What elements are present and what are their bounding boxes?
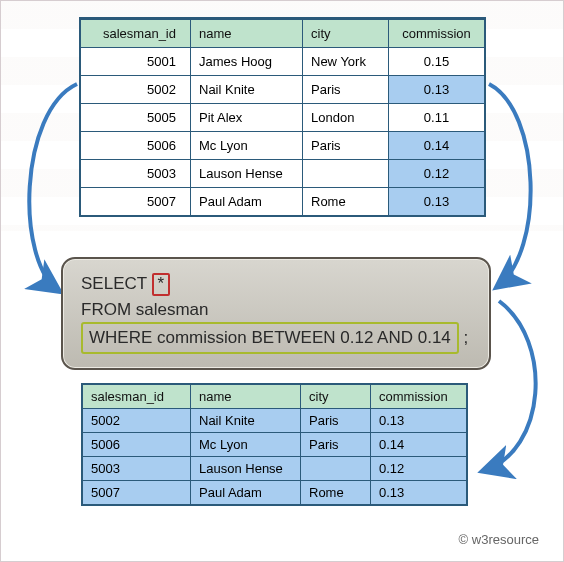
table-row: 5003Lauson Hense0.12 (81, 160, 485, 188)
table-row: 5002Nail KniteParis0.13 (81, 76, 485, 104)
table-cell: 0.14 (389, 132, 485, 160)
table-cell: 5006 (83, 433, 191, 457)
col-header-salesman_id: salesman_id (81, 20, 191, 48)
table-row: 5006Mc LyonParis0.14 (83, 433, 467, 457)
result-table-grid: salesman_id name city commission 5002Nai… (82, 384, 467, 505)
table-row: 5002Nail KniteParis0.13 (83, 409, 467, 433)
col-header-name: name (191, 20, 303, 48)
diagram-canvas: salesman_id name city commission 5001Jam… (0, 0, 564, 562)
col-header-commission: commission (371, 385, 467, 409)
table-cell: New York (303, 48, 389, 76)
result-table: salesman_id name city commission 5002Nai… (81, 383, 468, 506)
table-header-row: salesman_id name city commission (81, 20, 485, 48)
sql-where-clause: WHERE commission BETWEEN 0.12 AND 0.14 (81, 322, 459, 354)
table-cell: 0.12 (389, 160, 485, 188)
table-cell: Rome (303, 188, 389, 216)
sql-from-line: FROM salesman (81, 297, 471, 323)
table-row: 5007Paul AdamRome0.13 (83, 481, 467, 505)
table-cell: 0.13 (371, 481, 467, 505)
table-cell: Rome (301, 481, 371, 505)
table-cell: 0.13 (389, 76, 485, 104)
table-cell: Nail Knite (191, 409, 301, 433)
table-cell: 0.13 (371, 409, 467, 433)
table-header-row: salesman_id name city commission (83, 385, 467, 409)
table-cell: 5003 (83, 457, 191, 481)
table-cell: London (303, 104, 389, 132)
table-cell: Lauson Hense (191, 160, 303, 188)
col-header-commission: commission (389, 20, 485, 48)
col-header-salesman_id: salesman_id (83, 385, 191, 409)
table-cell: 0.15 (389, 48, 485, 76)
table-cell: 0.14 (371, 433, 467, 457)
table-cell: Paris (301, 433, 371, 457)
table-cell: 5007 (83, 481, 191, 505)
table-cell: 5005 (81, 104, 191, 132)
table-cell: James Hoog (191, 48, 303, 76)
source-table-grid: salesman_id name city commission 5001Jam… (80, 19, 485, 216)
table-row: 5007Paul AdamRome0.13 (81, 188, 485, 216)
table-row: 5003Lauson Hense0.12 (83, 457, 467, 481)
col-header-city: city (301, 385, 371, 409)
table-cell: Paul Adam (191, 188, 303, 216)
sql-select-line: SELECT * (81, 271, 471, 297)
col-header-city: city (303, 20, 389, 48)
table-cell: 5002 (81, 76, 191, 104)
sql-select-keyword: SELECT (81, 274, 147, 293)
sql-statement-box: SELECT * FROM salesman WHERE commission … (61, 257, 491, 370)
table-cell: 0.13 (389, 188, 485, 216)
table-cell: Paris (301, 409, 371, 433)
table-cell: Paul Adam (191, 481, 301, 505)
table-cell: 5006 (81, 132, 191, 160)
sql-where-line-wrap: WHERE commission BETWEEN 0.12 AND 0.14 ; (81, 322, 471, 354)
table-cell: 0.12 (371, 457, 467, 481)
sql-terminator: ; (464, 328, 469, 347)
table-cell (303, 160, 389, 188)
table-row: 5006Mc LyonParis0.14 (81, 132, 485, 160)
table-cell: Paris (303, 132, 389, 160)
table-cell: Paris (303, 76, 389, 104)
table-cell (301, 457, 371, 481)
table-cell: Lauson Hense (191, 457, 301, 481)
table-cell: Nail Knite (191, 76, 303, 104)
table-cell: Pit Alex (191, 104, 303, 132)
table-cell: Mc Lyon (191, 433, 301, 457)
table-cell: Mc Lyon (191, 132, 303, 160)
table-cell: 5007 (81, 188, 191, 216)
attribution-badge: © w3resource (449, 528, 549, 551)
table-cell: 0.11 (389, 104, 485, 132)
sql-star: * (152, 273, 171, 296)
source-table: salesman_id name city commission 5001Jam… (79, 17, 486, 217)
table-cell: 5002 (83, 409, 191, 433)
table-row: 5001James HoogNew York0.15 (81, 48, 485, 76)
col-header-name: name (191, 385, 301, 409)
table-cell: 5001 (81, 48, 191, 76)
table-cell: 5003 (81, 160, 191, 188)
table-row: 5005Pit AlexLondon0.11 (81, 104, 485, 132)
